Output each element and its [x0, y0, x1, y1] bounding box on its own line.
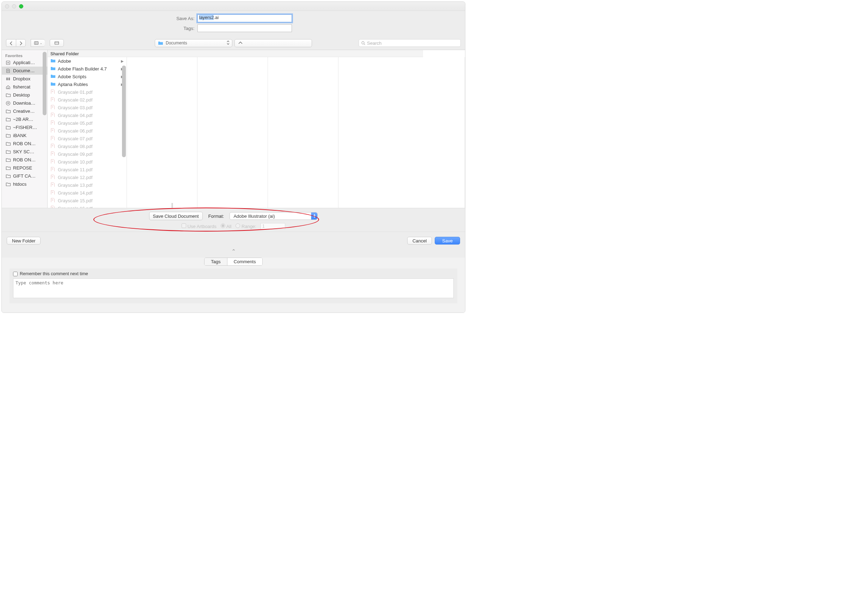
file-label: Grayscale 03.pdf — [58, 105, 92, 110]
collapse-button[interactable] — [235, 39, 312, 47]
folder-icon — [50, 81, 56, 87]
folder-item[interactable]: Aptana Rubles▶ — [47, 80, 127, 88]
group-button[interactable] — [50, 39, 64, 47]
view-mode-button[interactable]: ⌄ — [31, 39, 45, 47]
sidebar-item[interactable]: iBANK — [2, 131, 47, 140]
download-icon — [5, 101, 11, 106]
file-label: Grayscale 05.pdf — [58, 121, 92, 126]
pdf-icon — [50, 89, 56, 95]
file-item: Grayscale 16.pdf — [47, 205, 127, 208]
file-column-4 — [338, 57, 465, 208]
comments-textarea[interactable] — [13, 278, 454, 298]
pdf-icon — [50, 105, 56, 110]
column-resize-handle[interactable]: ‖ — [171, 202, 173, 208]
file-column-3 — [268, 57, 338, 208]
file-label: Adobe Scripts — [58, 74, 86, 79]
file-item: Grayscale 13.pdf — [47, 181, 127, 189]
folder-icon — [5, 93, 11, 98]
save-cloud-button[interactable]: Save Cloud Document — [149, 212, 203, 220]
sidebar-item[interactable]: GIFT CA… — [2, 172, 47, 180]
minimize-window-button[interactable] — [12, 4, 16, 9]
folder-icon — [5, 125, 11, 130]
file-label: Adobe Flash Builder 4.7 — [58, 66, 107, 72]
sidebar-item[interactable]: Creative… — [2, 107, 47, 115]
format-label: Format: — [208, 214, 224, 219]
folder-icon — [5, 174, 11, 179]
sidebar-item[interactable]: ~2B AR… — [2, 115, 47, 123]
file-label: Grayscale 13.pdf — [58, 183, 92, 188]
cancel-button[interactable]: Cancel — [407, 237, 432, 244]
file-item: Grayscale 05.pdf — [47, 119, 127, 127]
pdf-icon — [50, 190, 56, 196]
location-popup[interactable]: Documents — [155, 39, 232, 47]
caret-updown-icon: ▲▼ — [311, 212, 317, 219]
save-dialog: Save As: layers2.ai Tags: ⌄ Documents — [1, 1, 465, 313]
file-label: Grayscale 08.pdf — [58, 144, 92, 149]
folder-item[interactable]: Adobe Scripts▶ — [47, 72, 127, 80]
sidebar: Favorites Applicati…Docume…Dropboxfisher… — [2, 50, 47, 208]
doc-icon — [5, 68, 11, 73]
sidebar-item[interactable]: Dropbox — [2, 75, 47, 83]
pdf-icon — [50, 167, 56, 172]
tags-comments-tabs: Tags Comments — [204, 258, 262, 266]
sidebar-item-label: ~FISHER… — [13, 125, 37, 130]
sidebar-item[interactable]: ROB ON… — [2, 156, 47, 164]
saveas-label: Save As: — [175, 16, 195, 21]
sidebar-item[interactable]: Downloa… — [2, 99, 47, 107]
tags-label: Tags: — [175, 26, 195, 31]
sidebar-item-label: Creative… — [13, 109, 35, 114]
sidebar-item[interactable]: fishercat — [2, 83, 47, 91]
folder-item[interactable]: Adobe Flash Builder 4.7▶ — [47, 65, 127, 72]
folder-icon — [50, 66, 56, 72]
file-label: Grayscale 07.pdf — [58, 136, 92, 141]
pdf-icon — [50, 143, 56, 149]
file-label: Grayscale 01.pdf — [58, 90, 92, 95]
sidebar-item-label: ROB ON… — [13, 141, 35, 146]
remember-comment-checkbox[interactable]: Remember this comment next time — [13, 271, 454, 276]
format-popup[interactable]: Adobe Illustrator (ai) ▲▼ — [230, 212, 317, 220]
file-column-2 — [198, 57, 268, 208]
pdf-icon — [50, 112, 56, 118]
sidebar-item[interactable]: Applicati… — [2, 59, 47, 66]
sidebar-item[interactable]: SKY SC… — [2, 148, 47, 156]
use-artboards-checkbox: Use Artboards — [182, 224, 217, 229]
file-label: Grayscale 06.pdf — [58, 128, 92, 134]
drawer-toggle[interactable]: ⌃ — [2, 247, 465, 258]
zoom-window-button[interactable] — [19, 4, 23, 9]
folder-icon — [5, 117, 11, 122]
nav-forward-button[interactable] — [16, 39, 26, 47]
sidebar-item-label: Desktop — [13, 92, 30, 98]
file-item: Grayscale 10.pdf — [47, 158, 127, 166]
tab-tags[interactable]: Tags — [204, 258, 227, 265]
file-label: Grayscale 11.pdf — [58, 167, 92, 172]
close-window-button[interactable] — [5, 4, 9, 9]
search-input[interactable]: Search — [359, 39, 461, 47]
column-scrollbar[interactable] — [121, 65, 127, 208]
sidebar-item[interactable]: Docume… — [2, 66, 47, 75]
folder-item[interactable]: Adobe▶ — [47, 57, 127, 65]
sidebar-item[interactable]: ~FISHER… — [2, 123, 47, 131]
sidebar-item[interactable]: htdocs — [2, 180, 47, 188]
save-button[interactable]: Save — [435, 237, 460, 244]
sidebar-item[interactable]: Desktop — [2, 91, 47, 99]
sidebar-item-label: fishercat — [13, 84, 30, 90]
sidebar-item[interactable]: ROB ON… — [2, 140, 47, 148]
tab-comments[interactable]: Comments — [227, 258, 262, 265]
sidebar-item-label: Dropbox — [13, 76, 30, 81]
app-icon — [5, 60, 11, 65]
file-item: Grayscale 02.pdf — [47, 96, 127, 104]
file-label: Grayscale 14.pdf — [58, 190, 92, 196]
nav-back-button[interactable] — [6, 39, 16, 47]
new-folder-button[interactable]: New Folder — [7, 237, 41, 244]
sidebar-item[interactable]: REPOSE — [2, 164, 47, 172]
file-item: Grayscale 14.pdf — [47, 189, 127, 197]
file-item: Grayscale 12.pdf — [47, 173, 127, 181]
tags-input[interactable] — [198, 24, 292, 32]
pdf-icon — [50, 198, 56, 203]
folder-icon — [5, 133, 11, 138]
saveas-input[interactable]: layers2.ai — [198, 15, 292, 22]
sidebar-scrollbar[interactable] — [42, 51, 47, 207]
file-label: Grayscale 12.pdf — [58, 175, 92, 180]
pdf-icon — [50, 151, 56, 157]
file-item: Grayscale 09.pdf — [47, 150, 127, 158]
